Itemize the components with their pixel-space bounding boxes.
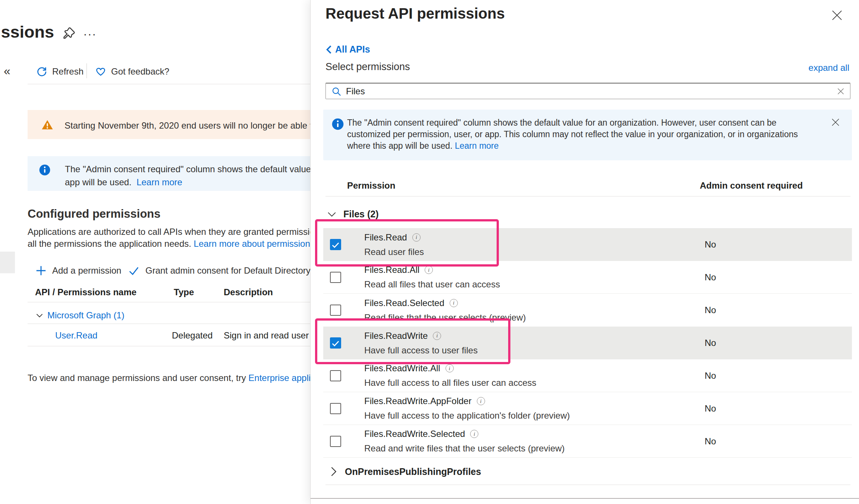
info-icon <box>39 164 51 176</box>
back-to-all-apis[interactable]: All APIs <box>325 44 370 55</box>
permission-name: Files.ReadWrite.AppFolder <box>364 396 472 406</box>
permission-row-files-read-selected: Files.Read.Selectedi Read files that the… <box>323 294 852 327</box>
permission-row-files-read-all: Files.Read.Alli Read all files that user… <box>323 261 852 294</box>
flyout-title: Request API permissions <box>325 5 505 22</box>
files-readwrite-checkbox[interactable] <box>330 337 341 349</box>
grant-admin-label: Grant admin consent for Default Director… <box>145 265 311 276</box>
request-api-permissions-panel: Request API permissions All APIs Select … <box>310 0 859 504</box>
permission-name: Files.Read.Selected <box>364 298 444 308</box>
files-readwrite-all-checkbox[interactable] <box>330 370 341 381</box>
permissions-header-divider <box>325 196 850 196</box>
permission-description: Read and write files that the user selec… <box>364 443 565 454</box>
microsoft-graph-group[interactable]: Microsoft Graph (1) <box>35 310 125 321</box>
permission-name: Files.ReadWrite.All <box>364 363 440 374</box>
add-a-permission-button[interactable]: Add a permission <box>36 263 121 278</box>
notice-learn-more-link[interactable]: Learn more <box>455 141 499 151</box>
panel-footer-divider <box>311 498 859 499</box>
permission-description: Have full access to the application's fo… <box>364 410 570 421</box>
info-icon <box>331 118 344 130</box>
group-divider <box>325 485 850 485</box>
files-read-selected-checkbox[interactable] <box>330 305 341 316</box>
files-group-toggle[interactable]: Files (2) <box>327 209 378 220</box>
footer-note-text: To view and manage permissions and user … <box>28 373 248 383</box>
permission-name: Files.Read <box>364 232 407 243</box>
refresh-icon <box>37 66 47 77</box>
check-icon <box>128 265 139 276</box>
more-menu-icon[interactable]: ... <box>84 25 97 38</box>
all-apis-label: All APIs <box>335 44 370 55</box>
permission-description: Have full access to all files user can a… <box>364 378 537 388</box>
admin-consent-value: No <box>705 371 716 381</box>
add-permission-label: Add a permission <box>52 265 121 276</box>
feedback-label: Got feedback? <box>111 66 169 77</box>
admin-consent-notice: The "Admin consent required" column show… <box>323 110 852 160</box>
left-edge-notch <box>0 252 15 273</box>
admin-consent-value: No <box>705 305 716 315</box>
info-banner-line2: app will be used. <box>65 177 132 187</box>
permission-description: Read files that the user selects (previe… <box>364 312 526 323</box>
permission-name: Files.Read.All <box>364 265 419 275</box>
permission-row-files-readwrite-selected: Files.ReadWrite.Selectedi Read and write… <box>323 425 852 458</box>
files-read-all-checkbox[interactable] <box>330 272 341 283</box>
select-permissions-heading: Select permissions <box>325 61 410 73</box>
info-tooltip-icon[interactable]: i <box>433 332 441 340</box>
info-tooltip-icon[interactable]: i <box>470 430 478 438</box>
admin-consent-value: No <box>705 239 716 250</box>
refresh-label: Refresh <box>52 66 84 77</box>
permission-row-files-readwrite-appfolder: Files.ReadWrite.AppFolderi Have full acc… <box>323 392 852 425</box>
close-icon[interactable] <box>831 10 843 21</box>
info-tooltip-icon[interactable]: i <box>412 233 421 242</box>
permission-row-files-read: Files.Readi Read user files No <box>323 228 852 261</box>
collapse-panel-icon[interactable]: « <box>4 64 10 78</box>
search-input[interactable] <box>346 84 827 98</box>
info-tooltip-icon[interactable]: i <box>425 266 433 274</box>
chevron-left-icon <box>325 45 332 54</box>
column-admin-consent-required: Admin consent required <box>700 180 803 191</box>
user-read-link[interactable]: User.Read <box>55 330 97 341</box>
admin-consent-value: No <box>705 436 716 447</box>
chevron-down-icon <box>35 311 44 319</box>
expand-all-link[interactable]: expand all <box>809 63 849 73</box>
user-read-type: Delegated <box>172 330 213 341</box>
notice-body: The "Admin consent required" column show… <box>347 118 798 151</box>
clear-search-icon[interactable] <box>837 87 845 95</box>
grant-admin-consent-button[interactable]: Grant admin consent for Default Director… <box>128 263 311 278</box>
permission-description: Have full access to user files <box>364 345 478 356</box>
files-read-checkbox[interactable] <box>330 239 341 250</box>
learn-more-link[interactable]: Learn more <box>136 177 182 187</box>
refresh-button[interactable]: Refresh <box>37 65 84 78</box>
configured-desc-line1: Applications are authorized to call APIs… <box>28 227 331 237</box>
chevron-down-icon <box>327 210 337 219</box>
toolbar-separator <box>86 63 87 78</box>
permissions-list: Files.Readi Read user files No Files.Rea… <box>323 228 852 458</box>
user-read-description: Sign in and read user pr <box>224 330 319 341</box>
column-api-permissions-name: API / Permissions name <box>35 287 136 297</box>
column-permission: Permission <box>347 180 395 191</box>
configured-permissions-heading: Configured permissions <box>28 207 161 221</box>
info-tooltip-icon[interactable]: i <box>446 364 454 372</box>
permissions-search-box <box>325 83 850 99</box>
enterprise-applications-note: To view and manage permissions and user … <box>28 373 334 383</box>
info-tooltip-icon[interactable]: i <box>477 397 485 405</box>
dismiss-notice-icon[interactable] <box>831 118 840 127</box>
search-icon <box>332 87 342 97</box>
admin-consent-value: No <box>705 272 716 283</box>
permission-description: Read all files that user can access <box>364 279 500 290</box>
notice-text: The "Admin consent required" column show… <box>347 117 818 152</box>
info-tooltip-icon[interactable]: i <box>450 299 458 307</box>
warning-icon <box>41 119 53 131</box>
permission-name: Files.ReadWrite <box>364 331 428 341</box>
onpremises-group-toggle[interactable]: OnPremisesPublishingProfiles <box>329 466 481 477</box>
configured-permissions-description: Applications are authorized to call APIs… <box>28 226 332 250</box>
permission-row-files-readwrite: Files.ReadWritei Have full access to use… <box>323 327 852 359</box>
configured-desc-line2: all the permissions the application need… <box>28 239 194 249</box>
got-feedback-button[interactable]: Got feedback? <box>95 65 169 78</box>
microsoft-graph-link[interactable]: Microsoft Graph (1) <box>47 310 125 321</box>
files-group-label: Files (2) <box>343 209 378 220</box>
column-type: Type <box>174 287 194 297</box>
pin-icon[interactable] <box>63 26 76 40</box>
permission-name: Files.ReadWrite.Selected <box>364 429 465 439</box>
heart-icon <box>95 66 106 77</box>
files-readwrite-appfolder-checkbox[interactable] <box>330 403 341 414</box>
files-readwrite-selected-checkbox[interactable] <box>330 436 341 447</box>
